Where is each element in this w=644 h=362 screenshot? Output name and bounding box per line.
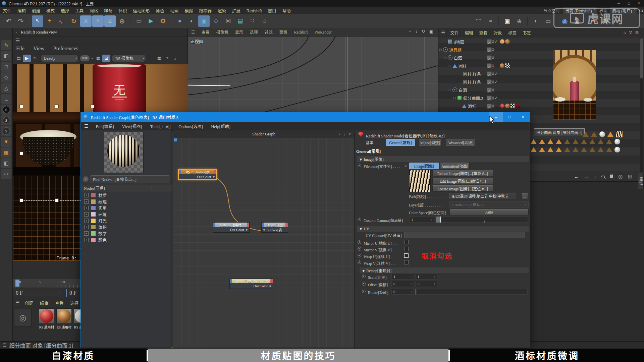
enable-check[interactable]: ✓	[494, 39, 499, 44]
magnet-icon[interactable]: ⌒	[473, 15, 484, 27]
expander-icon[interactable]: +	[84, 219, 89, 223]
polygon-selection-tag[interactable]	[589, 147, 595, 152]
burger-menu-icon[interactable]: ☰	[188, 30, 198, 35]
object-tree-row[interactable]: 圆柱.样条 ✓	[438, 78, 640, 86]
burger-menu-icon[interactable]: ☰	[13, 300, 22, 306]
viewport-menu-item[interactable]: Redshift	[291, 30, 311, 35]
menu-item[interactable]: 渲染	[215, 9, 229, 13]
viewport-menu-item[interactable]: 过滤	[261, 29, 276, 35]
texture-thumbnail[interactable]	[409, 170, 431, 192]
shader-window-titlebar[interactable]: Redshift Shader Graph[着色图表] - RS 通用材质.3 …	[81, 112, 530, 122]
menu-item[interactable]: 样条	[101, 9, 115, 13]
redo-icon[interactable]: ↷	[15, 15, 26, 27]
rotate-input[interactable]: 0↕	[391, 289, 414, 295]
burger-menu-icon[interactable]: ☰	[438, 30, 447, 36]
shader-menu-item[interactable]: Help[帮助]	[207, 123, 234, 129]
keyframe-radio[interactable]	[358, 254, 361, 257]
editor-toggle[interactable]	[487, 79, 492, 84]
material-thumbnail[interactable]	[39, 308, 54, 324]
shader-graph-icon[interactable]: ▣	[198, 15, 210, 27]
points-mode-icon[interactable]: ◇	[1, 72, 11, 82]
menu-item[interactable]: 窗口	[265, 9, 279, 13]
object-manager-menu-item[interactable]: 文件	[447, 29, 462, 36]
visibility-dots[interactable]	[492, 40, 494, 44]
section-image[interactable]: ▼ Image[图像]	[357, 156, 529, 162]
visibility-dots[interactable]	[492, 104, 494, 108]
editor-toggle[interactable]	[487, 87, 492, 93]
gamma-input[interactable]: 1↕	[409, 217, 434, 223]
menu-item[interactable]: 文件	[0, 9, 14, 13]
render-view-icon[interactable]: ▭	[133, 15, 145, 27]
polygon-selection-tag[interactable]	[581, 139, 587, 144]
editor-toggle[interactable]	[487, 47, 492, 52]
material-tag[interactable]	[505, 63, 510, 68]
node-texture-stripe[interactable]: 纹-02 : Texture[纹 Out Color	[178, 169, 217, 180]
visibility-dots[interactable]	[492, 72, 494, 76]
editor-toggle[interactable]	[487, 39, 492, 44]
layout-dropdown[interactable]: 启动 (用户)	[610, 7, 637, 14]
menu-item[interactable]: 运动图形	[130, 9, 153, 13]
section-remap[interactable]: ▼ Remap[重映射]	[360, 267, 529, 273]
content-browser-icon[interactable]: ▤	[234, 15, 246, 27]
model-tool-icon[interactable]: ◧	[1, 51, 11, 61]
polygon-selection-tag[interactable]	[547, 147, 553, 152]
pan-view-icon[interactable]: +	[409, 29, 411, 34]
visibility-dots[interactable]	[492, 88, 494, 92]
editor-toggle[interactable]	[487, 55, 492, 60]
keyframe-radio[interactable]	[358, 164, 361, 167]
object-tree-row[interactable]: ⊟ 细分曲面.2 ✓	[438, 94, 640, 102]
expander-icon[interactable]: +	[84, 231, 89, 236]
keyframe-radio[interactable]	[358, 260, 361, 264]
node-category-row[interactable]: + 纹理	[81, 198, 171, 205]
node-category-row[interactable]: + 数学	[81, 230, 171, 237]
object-tree-row[interactable]: ⊟ 圆柱	[438, 62, 640, 70]
crop-icon[interactable]: ⊡	[102, 55, 110, 62]
panel-close-icon[interactable]: ×	[15, 30, 17, 34]
object-tree-row[interactable]: ⊟ 白酒	[438, 54, 640, 62]
shader-menu-item[interactable]: Options[选项]	[174, 123, 207, 129]
out-port[interactable]	[246, 229, 248, 231]
scale-tool-icon[interactable]: ↔	[54, 13, 70, 29]
axis-z-lock-icon[interactable]: Z	[104, 15, 116, 27]
dolly-view-icon[interactable]: ↓	[415, 29, 418, 34]
burger-menu-icon[interactable]: ☰	[81, 123, 92, 129]
polygon-selection-tag[interactable]	[598, 139, 604, 144]
viewport-menu-item[interactable]: 选项	[247, 29, 261, 35]
start-ipr-icon[interactable]: ▶	[23, 55, 31, 62]
value-input[interactable]: 1↕	[416, 274, 437, 280]
uv-checkbox[interactable]	[404, 253, 409, 258]
lock-icon[interactable]	[610, 175, 613, 178]
uv-checkbox[interactable]	[404, 240, 409, 244]
path-input[interactable]: H:\虎课网\课程\第二节-中秋\中秋节	[449, 193, 516, 199]
material-tag[interactable]	[599, 131, 605, 137]
grid-icon[interactable]: ▦	[155, 55, 163, 62]
out-port[interactable]	[213, 176, 215, 178]
polygon-selection-tag[interactable]	[531, 147, 537, 152]
menu-item[interactable]: 模式	[43, 9, 58, 13]
viewport-menu-item[interactable]: 面板	[276, 29, 291, 35]
drop-tool-icon[interactable]: ▼	[1, 137, 11, 147]
add-panel-icon[interactable]: ⊞	[635, 30, 639, 35]
divider[interactable]	[498, 16, 499, 26]
home-icon[interactable]: ⌂	[624, 30, 626, 35]
visibility-dots[interactable]	[492, 48, 494, 52]
material-menu-item[interactable]: 查看	[52, 300, 67, 306]
viewport-menu-item[interactable]: 摄像机	[213, 29, 232, 35]
caret-icon[interactable]: ▾	[91, 57, 93, 60]
editor-toggle[interactable]	[487, 96, 492, 101]
menu-item[interactable]: 扩展	[229, 9, 244, 13]
keyframe-radio[interactable]	[362, 290, 366, 293]
enable-check[interactable]: ✓	[494, 71, 499, 76]
pen-tool-icon[interactable]: ✎	[1, 40, 11, 50]
node-output[interactable]: Output[输出 Surface[表	[261, 222, 288, 233]
toggle-view-icon[interactable]: ▣	[429, 29, 433, 34]
locate-image-button[interactable]: Locate Image[图像]...[定位 #...]	[432, 185, 493, 192]
tab-advanced[interactable]: Advanced[高级]	[446, 139, 475, 146]
polygon-mode-icon[interactable]: △	[1, 83, 11, 93]
layer-dropdown[interactable]: < Default >[< 默认 >]∨	[449, 201, 529, 207]
polygon-selection-tag[interactable]	[531, 139, 537, 144]
cube-tool-icon[interactable]: □	[1, 62, 11, 72]
model-mode-icon[interactable]: S	[1, 126, 11, 136]
up-icon[interactable]: ↑	[594, 174, 597, 180]
snap-icon[interactable]: ≈	[485, 15, 496, 27]
